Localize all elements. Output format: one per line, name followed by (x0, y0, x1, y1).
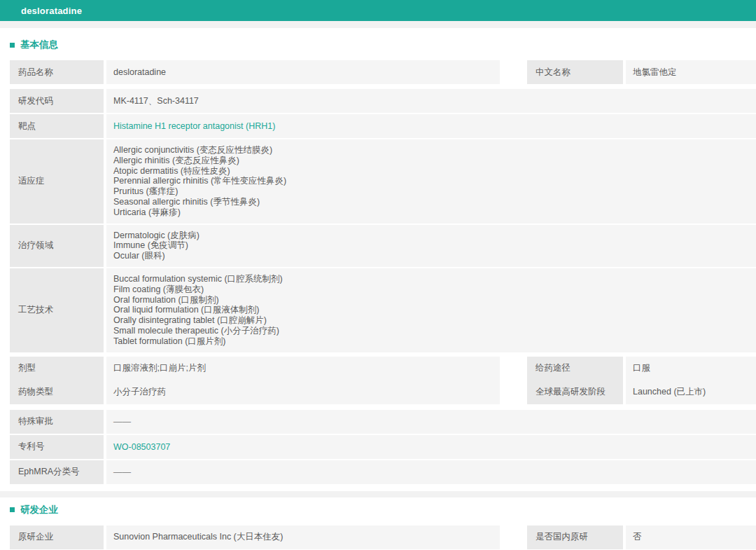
row-drug-type: 药物类型 小分子治疗药 全球最高研发阶段 Launched (已上市) (10, 380, 756, 404)
row-target: 靶点 Histamine H1 receptor antagonist (HRH… (10, 114, 756, 138)
field-label-patent-no: 专利号 (10, 435, 104, 459)
field-value-global-highest-phase: Launched (已上市) (626, 380, 756, 404)
group-names: 药品名称 desloratadine 中文名称 地氯雷他定 (10, 60, 756, 84)
drug-title: desloratadine (21, 6, 82, 16)
column-spacer (500, 380, 527, 404)
field-value-drug-type: 小分子治疗药 (106, 380, 500, 404)
section-title-rd-companies: 研发企业 (10, 504, 756, 516)
group-form-route: 剂型 口服溶液剂;口崩片;片剂 给药途径 口服 药物类型 小分子治疗药 全球最高… (10, 357, 756, 404)
section-bullet-icon (10, 507, 15, 512)
field-label-ephmra-code: EphMRA分类号 (10, 460, 104, 484)
section-title-basic-info: 基本信息 (10, 39, 756, 50)
row-ephmra-code: EphMRA分类号 —— (10, 460, 756, 484)
section-title-text: 研发企业 (20, 504, 58, 516)
field-label-dosage-form: 剂型 (10, 357, 104, 380)
field-value-target: Histamine H1 receptor antagonist (HRH1) (106, 114, 756, 138)
section-bullet-icon (10, 43, 15, 48)
field-value-originator: Sunovion Pharmaceuticals Inc (大日本住友) (106, 525, 500, 549)
field-value-domestic-originator: 否 (626, 525, 756, 549)
group-regulatory: 特殊审批 —— 专利号 WO-08503707 EphMRA分类号 —— (10, 410, 756, 484)
row-technologies: 工艺技术 Buccal formulation systemic (口腔系统制剂… (10, 268, 756, 352)
field-label-indications: 适应症 (10, 139, 104, 224)
field-label-drug-type: 药物类型 (10, 380, 104, 404)
field-label-therapeutic-areas: 治疗领域 (10, 225, 104, 267)
field-label-rd-code: 研发代码 (10, 89, 104, 113)
row-patent-no: 专利号 WO-08503707 (10, 435, 756, 459)
field-value-therapeutic-areas: Dermatologic (皮肤病) Immune (免疫调节) Ocular … (106, 225, 756, 267)
field-label-route: 给药途径 (527, 357, 623, 380)
field-label-target: 靶点 (10, 114, 104, 138)
field-value-special-approval: —— (106, 410, 756, 434)
column-spacer (500, 525, 527, 549)
row-rd-code: 研发代码 MK-4117、Sch-34117 (10, 89, 756, 113)
field-label-special-approval: 特殊审批 (10, 410, 104, 434)
field-value-chinese-name: 地氯雷他定 (626, 60, 756, 84)
basic-info-table: 药品名称 desloratadine 中文名称 地氯雷他定 研发代码 MK-41… (0, 60, 756, 484)
field-value-indications: Allergic conjunctivitis (变态反应性结膜炎) Aller… (106, 139, 756, 224)
empty-value-dash: —— (113, 467, 131, 477)
field-value-patent-no: WO-08503707 (106, 435, 756, 459)
target-link[interactable]: Histamine H1 receptor antagonist (HRH1) (113, 121, 275, 131)
field-label-drug-name: 药品名称 (10, 60, 104, 84)
field-label-chinese-name: 中文名称 (527, 60, 623, 84)
field-label-domestic-originator: 是否国内原研 (527, 525, 623, 549)
row-therapeutic-areas: 治疗领域 Dermatologic (皮肤病) Immune (免疫调节) Oc… (10, 225, 756, 267)
row-special-approval: 特殊审批 —— (10, 410, 756, 434)
header-sub-band (0, 21, 756, 28)
row-originator: 原研企业 Sunovion Pharmaceuticals Inc (大日本住友… (10, 525, 756, 549)
row-drug-name: 药品名称 desloratadine 中文名称 地氯雷他定 (10, 60, 756, 84)
empty-value-dash: —— (113, 417, 131, 427)
drug-title-bar: desloratadine (0, 0, 756, 21)
group-originator: 原研企业 Sunovion Pharmaceuticals Inc (大日本住友… (10, 525, 756, 549)
column-spacer (500, 60, 527, 84)
field-value-rd-code: MK-4117、Sch-34117 (106, 89, 756, 113)
field-label-originator: 原研企业 (10, 525, 104, 549)
row-dosage-form: 剂型 口服溶液剂;口崩片;片剂 给药途径 口服 (10, 357, 756, 380)
column-spacer (500, 357, 527, 380)
row-indications: 适应症 Allergic conjunctivitis (变态反应性结膜炎) A… (10, 139, 756, 224)
rd-companies-table: 原研企业 Sunovion Pharmaceuticals Inc (大日本住友… (0, 525, 756, 549)
section-title-text: 基本信息 (20, 39, 58, 51)
patent-link[interactable]: WO-08503707 (113, 442, 170, 452)
field-value-route: 口服 (626, 357, 756, 380)
field-value-dosage-form: 口服溶液剂;口崩片;片剂 (106, 357, 500, 380)
field-value-ephmra-code: —— (106, 460, 756, 484)
field-label-technologies: 工艺技术 (10, 268, 104, 352)
group-development: 研发代码 MK-4117、Sch-34117 靶点 Histamine H1 r… (10, 89, 756, 352)
field-label-global-highest-phase: 全球最高研发阶段 (527, 380, 623, 404)
section-divider (0, 491, 756, 497)
field-value-technologies: Buccal formulation systemic (口腔系统制剂) Fil… (106, 268, 756, 352)
field-value-drug-name: desloratadine (106, 60, 500, 84)
